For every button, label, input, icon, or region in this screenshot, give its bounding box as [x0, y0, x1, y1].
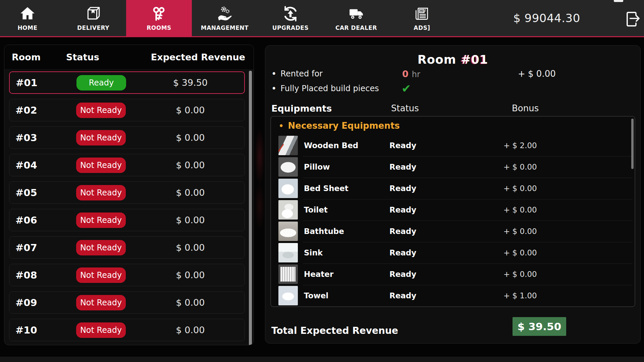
heater-icon	[278, 264, 298, 284]
svg-text:ADS: ADS	[420, 10, 425, 12]
upgrade-cycle-icon	[282, 5, 299, 22]
balance-display: $ 99044.30	[503, 0, 590, 36]
room-row[interactable]: #01 Ready $ 39.50	[9, 71, 245, 94]
equipment-name: Bathtube	[304, 227, 389, 236]
room-list-scrollbar[interactable]	[249, 71, 252, 345]
expected-revenue-value: $ 0.00	[136, 132, 245, 143]
equipment-status: Ready	[389, 291, 503, 300]
rented-hours-value: 0	[402, 69, 409, 79]
keys-icon	[150, 5, 168, 22]
room-number: #01	[10, 77, 66, 88]
room-row[interactable]: #10 Not Ready $ 0.00	[9, 319, 245, 341]
room-row[interactable]: #03 Not Ready $ 0.00	[9, 126, 245, 149]
pillow-icon	[278, 157, 298, 177]
nav-item-label: UPGRADES	[272, 24, 309, 31]
status-badge: Not Ready	[76, 267, 126, 283]
total-revenue-value: $ 39.50	[518, 320, 561, 333]
equipments-header: Equipments	[271, 103, 332, 114]
equipment-row: Heater Ready + $ 0.00	[271, 263, 635, 285]
hand-gear-icon	[216, 5, 233, 22]
room-row[interactable]: #06 Not Ready $ 0.00	[9, 209, 245, 231]
nav-item-label: CAR DEALER	[335, 24, 377, 31]
towel-icon	[278, 286, 298, 305]
nav-item-ads[interactable]: ADS ADS]	[389, 0, 455, 36]
top-navbar: HOME DELIVERY ROOMS MANAGEMENT UPGRADES …	[0, 0, 644, 37]
exit-door-icon	[623, 10, 641, 27]
nav-item-car-dealer[interactable]: CAR DEALER	[323, 0, 389, 36]
home-icon	[19, 5, 36, 22]
room-number: #02	[9, 105, 66, 116]
equipment-row: Toilet Ready + $ 0.00	[271, 199, 635, 221]
title-room-number: #01	[461, 53, 488, 66]
nav-item-label: ADS]	[414, 24, 430, 31]
equipment-header-row: Equipments Status Bonus	[271, 103, 634, 115]
room-number: #07	[9, 242, 66, 253]
room-row[interactable]: #02 Not Ready $ 0.00	[9, 99, 245, 121]
exit-button[interactable]	[622, 7, 642, 29]
wooden-bed-icon	[278, 136, 298, 155]
nav-item-label: DELIVERY	[77, 24, 109, 31]
room-number: #09	[9, 297, 66, 308]
total-row: Total Expected Revenue $ 39.50	[271, 321, 634, 341]
expected-revenue-value: $ 0.00	[136, 215, 245, 225]
equipment-status: Ready	[389, 163, 503, 171]
rented-hours-unit: hr	[412, 70, 420, 79]
equipment-row: Bed Sheet Ready + $ 0.00	[271, 178, 635, 199]
bullet-icon: •	[271, 69, 276, 79]
room-list-header: Room Status Expected Revenue	[4, 45, 254, 69]
status-badge: Not Ready	[76, 213, 126, 228]
equipment-rows: Wooden Bed Ready + $ 2.00 Pillow Ready +…	[271, 135, 635, 306]
toilet-icon	[278, 200, 298, 220]
room-detail-panel: Room#01 • Rented for 0 hr + $ 0.00 • Ful…	[265, 45, 641, 344]
nav-item-home[interactable]: HOME	[0, 0, 60, 36]
status-badge: Not Ready	[76, 322, 126, 338]
equipment-status: Ready	[389, 205, 503, 214]
column-header-room: Room	[12, 52, 66, 62]
expected-revenue-value: $ 0.00	[136, 325, 245, 335]
room-row[interactable]: #09 Not Ready $ 0.00	[9, 291, 245, 314]
status-badge: Not Ready	[76, 103, 126, 118]
total-revenue-box: $ 39.50	[513, 317, 566, 336]
equipment-bonus: + $ 0.00	[503, 184, 537, 193]
expected-revenue-value: $ 0.00	[136, 187, 245, 198]
bullet-icon: •	[271, 83, 276, 94]
room-number: #08	[9, 269, 66, 281]
expected-revenue-value: $ 0.00	[136, 160, 245, 170]
room-number: #06	[9, 215, 66, 226]
equipment-name: Towel	[304, 291, 389, 300]
nav-item-upgrades[interactable]: UPGRADES	[258, 0, 323, 36]
check-icon: ✔	[401, 82, 411, 95]
equipment-name: Heater	[304, 270, 389, 279]
equipment-status: Ready	[389, 184, 503, 193]
equipment-list-scrollbar[interactable]	[631, 119, 634, 169]
rented-bonus-value: + $ 0.00	[518, 69, 556, 79]
orange-bullet-icon: •	[278, 120, 284, 131]
room-row[interactable]: #08 Not Ready $ 0.00	[9, 264, 245, 286]
room-number: #10	[9, 324, 66, 336]
equipment-row: Bathtube Ready + $ 0.00	[271, 221, 635, 242]
fully-placed-row: • Fully Placed build pieces ✔	[271, 83, 634, 94]
room-number: #04	[9, 160, 66, 171]
nav-item-rooms[interactable]: ROOMS	[126, 0, 192, 36]
nav-item-management[interactable]: MANAGEMENT	[192, 0, 258, 36]
newspaper-icon: ADS	[413, 5, 431, 22]
bonus-header: Bonus	[512, 103, 539, 113]
status-badge: Not Ready	[76, 240, 126, 255]
nav-item-delivery[interactable]: DELIVERY	[60, 0, 126, 36]
nav-item-label: ROOMS	[147, 24, 171, 31]
room-row[interactable]: #04 Not Ready $ 0.00	[9, 154, 245, 176]
bed-sheet-icon	[278, 179, 298, 198]
rented-for-label: Rented for	[280, 69, 323, 78]
equipment-bonus: + $ 0.00	[503, 270, 537, 279]
equipment-name: Sink	[304, 248, 389, 257]
equipment-bonus: + $ 0.00	[503, 205, 537, 214]
equipment-row: Pillow Ready + $ 0.00	[271, 156, 635, 178]
room-row[interactable]: #07 Not Ready $ 0.00	[9, 236, 245, 259]
expected-revenue-value: $ 0.00	[136, 105, 245, 115]
status-badge: Not Ready	[76, 130, 126, 145]
bottom-edge-strip	[0, 357, 644, 362]
title-room-word: Room	[418, 53, 457, 66]
room-row[interactable]: #05 Not Ready $ 0.00	[9, 181, 245, 204]
equipment-bonus: + $ 0.00	[503, 227, 537, 236]
equipment-row: Sink Ready + $ 0.00	[271, 242, 635, 263]
